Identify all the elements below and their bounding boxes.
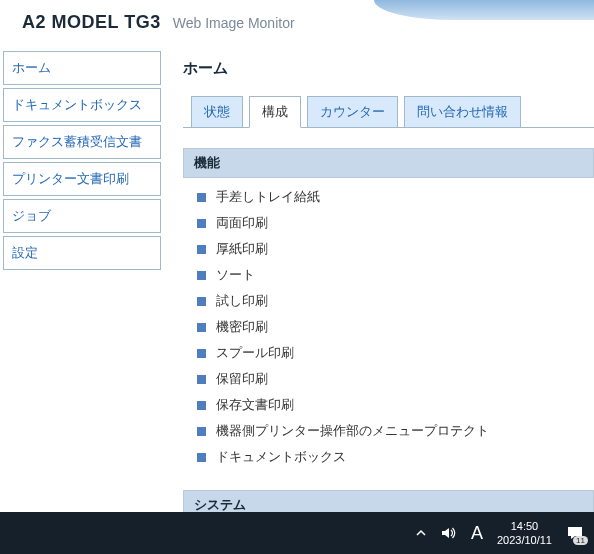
header-curve (374, 0, 594, 20)
sidebar-item-job[interactable]: ジョブ (3, 199, 161, 233)
clock-time: 14:50 (497, 519, 552, 533)
list-item: ソート (197, 262, 594, 288)
feature-label: ドキュメントボックス (216, 448, 346, 466)
sidebar-item-settings[interactable]: 設定 (3, 236, 161, 270)
list-item: 手差しトレイ給紙 (197, 184, 594, 210)
sidebar-item-document-box[interactable]: ドキュメントボックス (3, 88, 161, 122)
sidebar-item-label: ファクス蓄積受信文書 (12, 134, 142, 149)
list-item: 保留印刷 (197, 366, 594, 392)
square-bullet-icon (197, 193, 206, 202)
sidebar-item-label: プリンター文書印刷 (12, 171, 129, 186)
sidebar-item-home[interactable]: ホーム (3, 51, 161, 85)
feature-label: 保存文書印刷 (216, 396, 294, 414)
list-item: 厚紙印刷 (197, 236, 594, 262)
sidebar-item-label: ドキュメントボックス (12, 97, 142, 112)
section-header-features: 機能 (183, 148, 594, 178)
sidebar-item-label: 設定 (12, 245, 38, 260)
list-item: 機密印刷 (197, 314, 594, 340)
app-title: A2 MODEL TG3 (22, 12, 161, 33)
tab-label: 問い合わせ情報 (417, 104, 508, 119)
square-bullet-icon (197, 245, 206, 254)
square-bullet-icon (197, 219, 206, 228)
tab-label: カウンター (320, 104, 385, 119)
feature-label: 試し印刷 (216, 292, 268, 310)
tab-status[interactable]: 状態 (191, 96, 243, 128)
feature-label: 機密印刷 (216, 318, 268, 336)
tray-chevron-up-icon[interactable] (415, 527, 427, 539)
tab-inquiry[interactable]: 問い合わせ情報 (404, 96, 521, 128)
sidebar-item-label: ホーム (12, 60, 51, 75)
square-bullet-icon (197, 427, 206, 436)
square-bullet-icon (197, 349, 206, 358)
square-bullet-icon (197, 401, 206, 410)
list-item: 試し印刷 (197, 288, 594, 314)
taskbar: A 14:50 2023/10/11 11 (0, 512, 594, 554)
tab-configuration[interactable]: 構成 (249, 96, 301, 128)
notification-count: 11 (573, 536, 588, 545)
square-bullet-icon (197, 375, 206, 384)
square-bullet-icon (197, 453, 206, 462)
main-content: ホーム 状態 構成 カウンター 問い合わせ情報 機能 手差しトレイ給紙 両面印刷… (161, 51, 594, 552)
feature-label: 機器側プリンター操作部のメニュープロテクト (216, 422, 489, 440)
sidebar-item-label: ジョブ (12, 208, 51, 223)
square-bullet-icon (197, 271, 206, 280)
tabs: 状態 構成 カウンター 問い合わせ情報 (191, 96, 594, 128)
list-item: 機器側プリンター操作部のメニュープロテクト (197, 418, 594, 444)
feature-label: 厚紙印刷 (216, 240, 268, 258)
list-item: 保存文書印刷 (197, 392, 594, 418)
feature-label: ソート (216, 266, 255, 284)
feature-label: 保留印刷 (216, 370, 268, 388)
clock-date: 2023/10/11 (497, 533, 552, 547)
header: A2 MODEL TG3 Web Image Monitor (0, 0, 594, 51)
sidebar-item-printer-doc[interactable]: プリンター文書印刷 (3, 162, 161, 196)
sidebar: ホーム ドキュメントボックス ファクス蓄積受信文書 プリンター文書印刷 ジョブ … (3, 51, 161, 273)
ime-indicator[interactable]: A (471, 523, 483, 544)
tab-counter[interactable]: カウンター (307, 96, 398, 128)
feature-label: 両面印刷 (216, 214, 268, 232)
page-title: ホーム (183, 59, 594, 78)
list-item: スプール印刷 (197, 340, 594, 366)
sidebar-item-fax-stored[interactable]: ファクス蓄積受信文書 (3, 125, 161, 159)
notification-icon[interactable]: 11 (566, 525, 584, 541)
feature-label: 手差しトレイ給紙 (216, 188, 320, 206)
square-bullet-icon (197, 297, 206, 306)
tab-label: 状態 (204, 104, 230, 119)
speaker-icon[interactable] (441, 526, 457, 540)
app-subtitle: Web Image Monitor (173, 15, 295, 31)
feature-label: スプール印刷 (216, 344, 294, 362)
clock[interactable]: 14:50 2023/10/11 (497, 519, 552, 547)
tab-label: 構成 (262, 104, 288, 119)
feature-list: 手差しトレイ給紙 両面印刷 厚紙印刷 ソート 試し印刷 機密印刷 スプール印刷 … (183, 178, 594, 470)
list-item: ドキュメントボックス (197, 444, 594, 470)
list-item: 両面印刷 (197, 210, 594, 236)
square-bullet-icon (197, 323, 206, 332)
